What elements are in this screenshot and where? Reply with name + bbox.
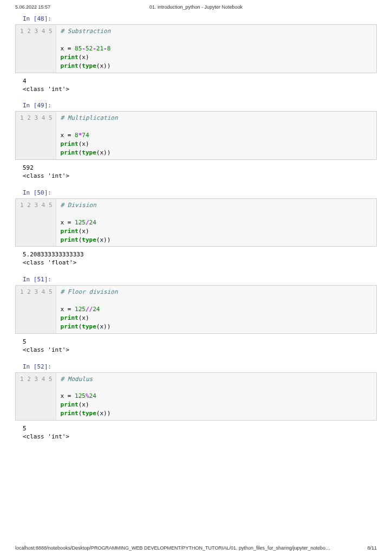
line-gutter: 1 2 3 4 5 xyxy=(16,286,56,333)
code-cell: In [49]:1 2 3 4 5# Multiplication x = 8*… xyxy=(15,102,377,180)
input-prompt: In [49]: xyxy=(23,102,377,109)
input-prompt: In [51]: xyxy=(23,276,377,283)
cell-output: 592 <class 'int'> xyxy=(23,164,377,180)
footer-page: 8/11 xyxy=(367,545,377,551)
cell-output: 5 <class 'int'> xyxy=(23,425,377,441)
code-content[interactable]: # Division x = 125/24print(x)print(type(… xyxy=(56,199,115,247)
input-area[interactable]: 1 2 3 4 5# Division x = 125/24print(x)pr… xyxy=(15,198,377,247)
code-cell: In [52]:1 2 3 4 5# Modulus x = 125%24pri… xyxy=(15,363,377,441)
input-prompt: In [52]: xyxy=(23,363,377,370)
footer-path: localhost:8888/notebooks/Desktop/PROGRAM… xyxy=(15,545,330,551)
code-content[interactable]: # Modulus x = 125%24print(x)print(type(x… xyxy=(56,373,115,421)
page-footer: localhost:8888/notebooks/Desktop/PROGRAM… xyxy=(15,545,377,551)
cell-output: 5 <class 'int'> xyxy=(23,338,377,354)
input-area[interactable]: 1 2 3 4 5# Substraction x = 85-52-21-8pr… xyxy=(15,24,377,73)
code-content[interactable]: # Substraction x = 85-52-21-8print(x)pri… xyxy=(56,25,115,73)
input-area[interactable]: 1 2 3 4 5# Multiplication x = 8*74print(… xyxy=(15,111,377,160)
header-title: 01. introduction_python - Jupyter Notebo… xyxy=(0,4,392,10)
code-cell: In [48]:1 2 3 4 5# Substraction x = 85-5… xyxy=(15,15,377,93)
input-area[interactable]: 1 2 3 4 5# Floor division x = 125//24pri… xyxy=(15,285,377,334)
code-cell: In [50]:1 2 3 4 5# Division x = 125/24pr… xyxy=(15,189,377,267)
input-area[interactable]: 1 2 3 4 5# Modulus x = 125%24print(x)pri… xyxy=(15,372,377,421)
notebook-content: In [48]:1 2 3 4 5# Substraction x = 85-5… xyxy=(0,10,392,441)
page-header: 5.06.2022 15:57 01. introduction_python … xyxy=(0,0,392,10)
line-gutter: 1 2 3 4 5 xyxy=(16,112,56,159)
input-prompt: In [50]: xyxy=(23,189,377,196)
cell-output: 5.208333333333333 <class 'float'> xyxy=(23,251,377,267)
input-prompt: In [48]: xyxy=(23,15,377,22)
line-gutter: 1 2 3 4 5 xyxy=(16,373,56,421)
code-content[interactable]: # Floor division x = 125//24print(x)prin… xyxy=(56,286,122,333)
code-cell: In [51]:1 2 3 4 5# Floor division x = 12… xyxy=(15,276,377,354)
code-content[interactable]: # Multiplication x = 8*74print(x)print(t… xyxy=(56,112,122,159)
line-gutter: 1 2 3 4 5 xyxy=(16,199,56,247)
cell-output: 4 <class 'int'> xyxy=(23,78,377,94)
line-gutter: 1 2 3 4 5 xyxy=(16,25,56,73)
